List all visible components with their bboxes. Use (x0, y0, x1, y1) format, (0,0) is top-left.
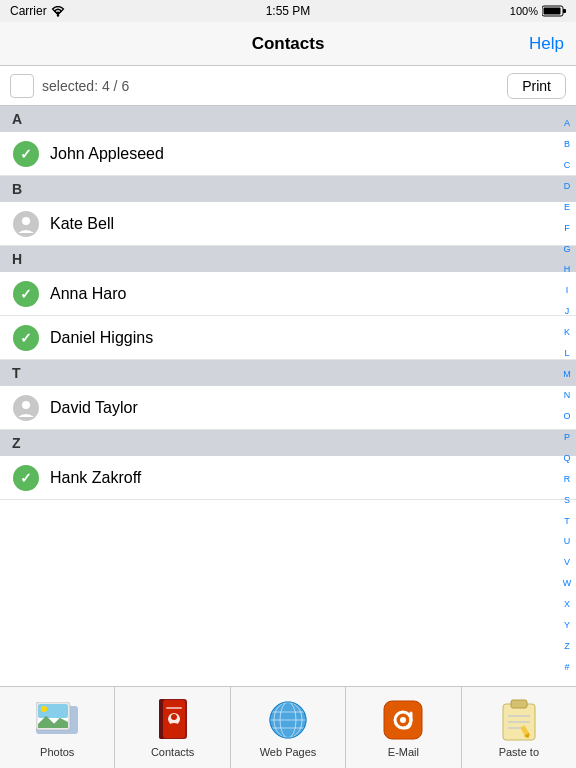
contact-name: Kate Bell (50, 215, 114, 233)
status-left: Carrier (10, 4, 65, 18)
pasteto-icon (497, 698, 541, 742)
tab-photos-label: Photos (40, 746, 74, 758)
alpha-index-p[interactable]: P (564, 433, 570, 443)
contact-row[interactable]: Anna Haro (0, 272, 576, 316)
section-header-b: B (0, 176, 576, 202)
help-button[interactable]: Help (529, 34, 564, 54)
email-icon-svg (383, 700, 423, 740)
alpha-index-i[interactable]: I (566, 286, 569, 296)
alpha-index-z[interactable]: Z (564, 642, 570, 652)
svg-rect-32 (511, 700, 527, 708)
contact-row[interactable]: John Appleseed (0, 132, 576, 176)
section-header-t: T (0, 360, 576, 386)
photos-icon-svg (36, 702, 78, 738)
section-header-z: Z (0, 430, 576, 456)
svg-point-4 (22, 217, 30, 225)
svg-point-10 (41, 706, 47, 712)
alpha-index-x[interactable]: X (564, 600, 570, 610)
contacts-icon (151, 698, 195, 742)
contact-row[interactable]: Daniel Higgins (0, 316, 576, 360)
alpha-index-q[interactable]: Q (563, 454, 570, 464)
tab-bar: Photos Contacts (0, 686, 576, 768)
alpha-index-n[interactable]: N (564, 391, 571, 401)
tab-pasteto-label: Paste to (499, 746, 539, 758)
svg-point-29 (400, 717, 406, 723)
battery-icon (542, 5, 566, 17)
wifi-icon (51, 6, 65, 17)
tab-photos[interactable]: Photos (0, 687, 115, 768)
carrier-label: Carrier (10, 4, 47, 18)
svg-point-18 (171, 714, 177, 720)
alpha-index-k[interactable]: K (564, 328, 570, 338)
alpha-index-g[interactable]: G (563, 245, 570, 255)
selected-checkmark-icon (12, 280, 40, 308)
alpha-index-h[interactable]: H (564, 265, 571, 275)
alpha-index[interactable]: ABCDEFGHIJKLMNOPQRSTUVWXYZ# (558, 106, 576, 686)
tab-contacts[interactable]: Contacts (115, 687, 230, 768)
tab-email-label: E-Mail (388, 746, 419, 758)
alpha-index-d[interactable]: D (564, 182, 571, 192)
contact-name: Anna Haro (50, 285, 127, 303)
pasteto-icon-svg (501, 698, 537, 742)
alpha-index-a[interactable]: A (564, 119, 570, 129)
tab-pasteto[interactable]: Paste to (462, 687, 576, 768)
section-header-a: A (0, 106, 576, 132)
contact-row[interactable]: Hank Zakroff (0, 456, 576, 500)
alpha-index-j[interactable]: J (565, 307, 570, 317)
alpha-index-t[interactable]: T (564, 517, 570, 527)
selected-checkmark-icon (12, 140, 40, 168)
alpha-index-o[interactable]: O (563, 412, 570, 422)
tab-webpages-label: Web Pages (260, 746, 317, 758)
battery-percent: 100% (510, 5, 538, 17)
print-button[interactable]: Print (507, 73, 566, 99)
alpha-index-v[interactable]: V (564, 558, 570, 568)
unselected-person-icon (12, 394, 40, 422)
tab-email[interactable]: E-Mail (346, 687, 461, 768)
contact-row[interactable]: David Taylor (0, 386, 576, 430)
svg-rect-16 (166, 707, 182, 709)
unselected-person-icon (12, 210, 40, 238)
tab-webpages[interactable]: Web Pages (231, 687, 346, 768)
svg-point-5 (22, 401, 30, 409)
contacts-icon-svg (155, 699, 191, 741)
contact-row[interactable]: Kate Bell (0, 202, 576, 246)
alpha-index-y[interactable]: Y (564, 621, 570, 631)
toolbar-left: selected: 4 / 6 (10, 74, 129, 98)
alpha-index-l[interactable]: L (564, 349, 569, 359)
webpages-icon (266, 698, 310, 742)
nav-title: Contacts (252, 34, 325, 54)
svg-rect-2 (563, 9, 566, 13)
select-all-checkbox[interactable] (10, 74, 34, 98)
selected-checkmark-icon (12, 464, 40, 492)
svg-rect-3 (544, 8, 561, 15)
status-right: 100% (510, 5, 566, 17)
contact-name: Hank Zakroff (50, 469, 141, 487)
alpha-index-c[interactable]: C (564, 161, 571, 171)
alpha-index-m[interactable]: M (563, 370, 571, 380)
alpha-index-#[interactable]: # (564, 663, 569, 673)
selected-count: selected: 4 / 6 (42, 78, 129, 94)
alpha-index-e[interactable]: E (564, 203, 570, 213)
email-icon (381, 698, 425, 742)
section-header-h: H (0, 246, 576, 272)
status-time: 1:55 PM (266, 4, 311, 18)
webpages-icon-svg (268, 700, 308, 740)
contact-name: John Appleseed (50, 145, 164, 163)
tab-contacts-label: Contacts (151, 746, 194, 758)
alpha-index-s[interactable]: S (564, 496, 570, 506)
status-bar: Carrier 1:55 PM 100% (0, 0, 576, 22)
contact-name: David Taylor (50, 399, 138, 417)
alpha-index-b[interactable]: B (564, 140, 570, 150)
alpha-index-w[interactable]: W (563, 579, 572, 589)
alpha-index-u[interactable]: U (564, 537, 571, 547)
toolbar: selected: 4 / 6 Print (0, 66, 576, 106)
contact-list: AJohn AppleseedBKate BellHAnna HaroDanie… (0, 106, 576, 686)
contact-name: Daniel Higgins (50, 329, 153, 347)
svg-point-0 (56, 14, 58, 16)
nav-bar: Contacts Help (0, 22, 576, 66)
photos-icon (35, 698, 79, 742)
alpha-index-r[interactable]: R (564, 475, 571, 485)
selected-checkmark-icon (12, 324, 40, 352)
alpha-index-f[interactable]: F (564, 224, 570, 234)
